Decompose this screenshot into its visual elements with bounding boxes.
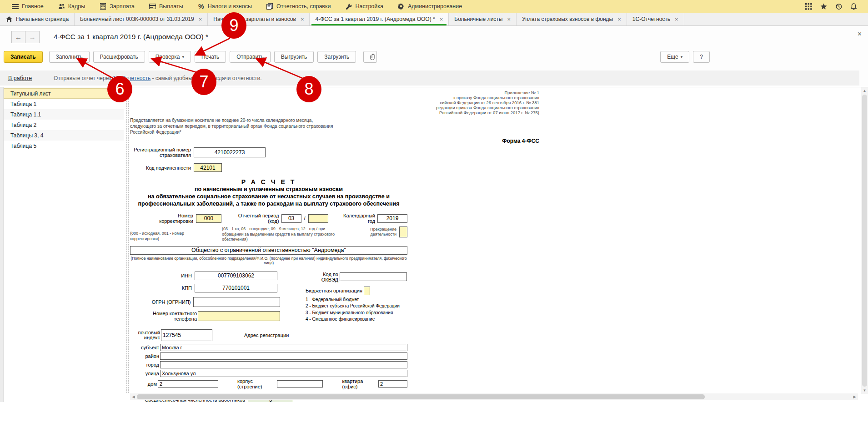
inn-label: ИНН	[130, 273, 192, 278]
upload-button[interactable]: Выгрузить	[274, 51, 314, 63]
sidebar-item-table-5[interactable]: Таблица 5	[4, 141, 124, 151]
district-label: район	[130, 353, 159, 359]
chevron-down-icon: ▾	[681, 55, 683, 59]
period-extra-field[interactable]	[308, 214, 328, 223]
history-icon[interactable]	[835, 3, 842, 10]
menu-label: Настройка	[355, 3, 383, 10]
percent-icon: %	[198, 3, 205, 10]
download-button[interactable]: Загрузить	[317, 51, 356, 63]
menu-label: Главное	[22, 3, 44, 10]
postal-code-field[interactable]	[161, 329, 212, 341]
page-margin-guide	[126, 87, 129, 393]
toolbar: Записать Заполнить Расшифровать Проверка…	[0, 47, 868, 66]
period-hint: (03 - 1 кв; 06 - полугодие; 09 - 9 месяц…	[222, 227, 339, 242]
sidebar-item-title-page[interactable]: Титульный лист	[4, 88, 124, 99]
menu-item-settings[interactable]: Настройка	[338, 0, 391, 13]
sidebar-item-tables-3-4[interactable]: Таблицы 3, 4	[4, 130, 124, 141]
close-icon[interactable]: ×	[617, 16, 621, 23]
tab-label: 4-ФСС за 1 квартал 2019 г. (Андромеда ОО…	[315, 16, 435, 22]
kpp-field[interactable]	[195, 284, 277, 292]
sidebar-item-table-2[interactable]: Таблица 2	[4, 120, 124, 130]
apartment-field[interactable]	[378, 380, 407, 388]
more-button[interactable]: Еще ▾	[660, 51, 689, 63]
period-label: Отчетный период (код)	[228, 213, 279, 224]
vertical-scrollbar[interactable]: ▲ ▼	[861, 87, 868, 394]
menu-item-salary[interactable]: Зарплата	[92, 0, 142, 13]
help-button[interactable]: ?	[693, 51, 710, 63]
attachment-button[interactable]	[363, 51, 377, 63]
send-button[interactable]: Отправить	[230, 51, 271, 63]
callout-8: 8	[296, 76, 321, 102]
left-gutter	[0, 87, 4, 402]
inn-field[interactable]	[195, 272, 277, 280]
tab-insurance-payments[interactable]: Уплата страховых взносов в фонды ×	[517, 13, 627, 25]
menu-label: Зарплата	[110, 3, 135, 10]
okved-label: Код по ОКВЭД	[306, 272, 338, 282]
menu-label: Отчетность, справки	[276, 3, 331, 10]
close-icon[interactable]: ×	[507, 16, 511, 23]
street-field[interactable]	[160, 370, 407, 377]
termination-label: Прекращениедеятельности	[370, 227, 396, 237]
back-button[interactable]: ←	[11, 31, 25, 43]
close-icon[interactable]: ×	[440, 16, 443, 23]
phone-field[interactable]	[198, 311, 280, 321]
menu-item-main[interactable]: Главное	[5, 0, 51, 13]
correction-field[interactable]	[196, 214, 221, 223]
horizontal-scroll-thumb[interactable]	[137, 394, 705, 399]
termination-field[interactable]	[399, 227, 407, 237]
tab-label: Уплата страховых взносов в фонды	[522, 16, 613, 22]
close-icon[interactable]: ×	[199, 16, 202, 23]
subject-label: субъект	[130, 345, 159, 350]
horizontal-scrollbar[interactable]: ◀ ▶	[130, 393, 858, 400]
okved-field[interactable]	[340, 272, 407, 281]
tab-label: Больничный лист 003К-000003 от 31.03.201…	[80, 16, 194, 22]
subject-field[interactable]	[160, 344, 407, 351]
window-title-row: ← → 4-ФСС за 1 квартал 2019 г. (Андромед…	[0, 27, 868, 47]
tab-sick-leaves[interactable]: Больничные листы ×	[449, 13, 517, 25]
building-field[interactable]	[277, 380, 323, 388]
district-field[interactable]	[160, 352, 407, 360]
form-area: Приложение № 1 к приказу Фонда социально…	[124, 87, 868, 402]
close-icon[interactable]: ×	[301, 16, 304, 23]
favorites-star-icon[interactable]	[820, 3, 827, 10]
wrench-icon	[345, 3, 352, 10]
city-field[interactable]	[160, 361, 407, 368]
menu-item-payments[interactable]: Выплаты	[142, 0, 191, 13]
scroll-down-icon[interactable]: ▼	[863, 387, 867, 394]
subordination-field[interactable]	[194, 163, 222, 172]
status-state-link[interactable]: В работе	[8, 75, 32, 81]
house-field[interactable]	[158, 380, 218, 388]
sidebar-item-table-1[interactable]: Таблица 1	[4, 99, 124, 109]
phone-label: Номер контактного телефона	[130, 311, 197, 322]
window-close-icon[interactable]: ×	[858, 30, 862, 38]
tab-home[interactable]: Начальная страница	[0, 13, 75, 25]
forward-button[interactable]: →	[25, 31, 40, 43]
notifications-bell-icon[interactable]	[850, 3, 857, 10]
save-button[interactable]: Записать	[4, 51, 43, 63]
period-field[interactable]	[281, 214, 301, 223]
tab-sick-leave-doc[interactable]: Больничный лист 003К-000003 от 31.03.201…	[75, 13, 208, 25]
scroll-left-icon[interactable]: ◀	[130, 395, 137, 399]
fill-button[interactable]: Заполнить	[49, 51, 90, 63]
print-button[interactable]: Печать	[195, 51, 226, 63]
scroll-up-icon[interactable]: ▲	[863, 87, 867, 94]
org-name-caption: (Полное наименование организации, обособ…	[130, 256, 407, 265]
menu-item-reports[interactable]: Отчетность, справки	[259, 0, 338, 13]
decrypt-button[interactable]: Расшифровать	[93, 51, 145, 63]
menu-item-taxes[interactable]: % Налоги и взносы	[191, 0, 259, 13]
org-name-field[interactable]: Общество с ограниченной ответственностью…	[130, 246, 407, 255]
apps-grid-icon[interactable]	[805, 3, 812, 10]
vertical-scroll-thumb[interactable]	[862, 95, 867, 387]
check-button[interactable]: Проверка ▾	[149, 51, 191, 63]
menu-item-hr[interactable]: Кадры	[51, 0, 92, 13]
close-icon[interactable]: ×	[675, 16, 678, 23]
scroll-right-icon[interactable]: ▶	[851, 395, 858, 399]
ogrn-field[interactable]	[193, 297, 280, 307]
reg-number-field[interactable]	[194, 147, 266, 157]
tab-4fss-report[interactable]: 4-ФСС за 1 квартал 2019 г. (Андромеда ОО…	[310, 13, 449, 25]
budget-org-field[interactable]	[364, 287, 370, 295]
menu-item-admin[interactable]: Администрирование	[391, 0, 469, 13]
year-field[interactable]	[377, 214, 407, 223]
tab-1c-reporting[interactable]: 1С-Отчетность ×	[627, 13, 684, 25]
sidebar-item-table-1-1[interactable]: Таблица 1.1	[4, 109, 124, 120]
